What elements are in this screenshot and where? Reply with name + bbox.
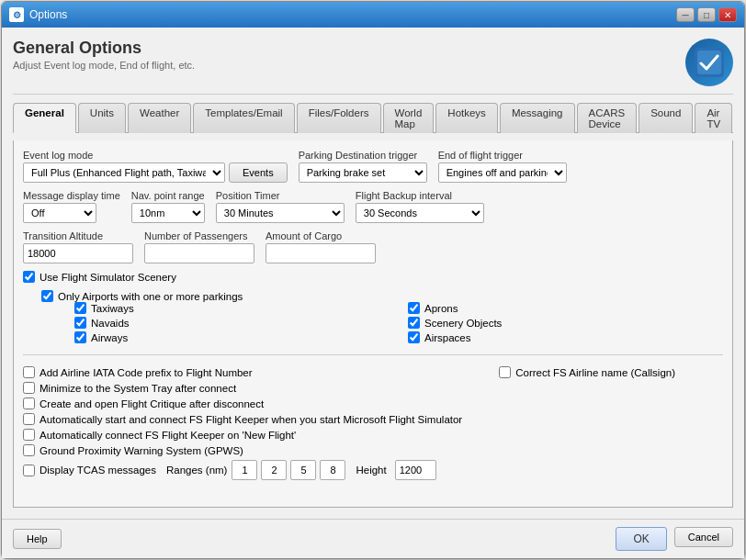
flight-backup-group: Flight Backup interval 30 Seconds	[356, 190, 484, 223]
end-flight-label: End of flight trigger	[438, 150, 567, 161]
event-log-select[interactable]: Full Plus (Enhanced Flight path, Taxiway…	[23, 162, 225, 183]
amount-cargo-group: Amount of Cargo	[266, 230, 376, 263]
correct-airline-row: Correct FS Airline name (Callsign)	[499, 366, 675, 378]
title-bar-left: ⚙ Options	[9, 7, 67, 22]
tab-general[interactable]: General	[13, 103, 76, 133]
cancel-button[interactable]: Cancel	[674, 527, 733, 547]
height-label: Height	[356, 465, 386, 476]
tab-world-map[interactable]: World Map	[383, 103, 435, 133]
correct-airline-label: Correct FS Airline name (Callsign)	[515, 367, 675, 378]
position-timer-select[interactable]: 30 Minutes	[216, 203, 345, 223]
header-text: General Options Adjust Event log mode, E…	[13, 39, 195, 71]
footer: Help OK Cancel	[2, 519, 744, 558]
num-passengers-label: Number of Passengers	[144, 230, 254, 241]
row-1: Event log mode Full Plus (Enhanced Fligh…	[23, 150, 723, 183]
tab-files-folders[interactable]: Files/Folders	[297, 103, 381, 133]
title-buttons: ─ □ ✕	[676, 7, 737, 22]
parking-dest-label: Parking Destination trigger	[299, 150, 427, 161]
num-passengers-input[interactable]	[144, 243, 254, 263]
tcas-checkbox[interactable]	[23, 465, 35, 476]
row-2: Message display time Off Nav. point rang…	[23, 190, 723, 223]
transition-alt-group: Transition Altitude	[23, 230, 133, 263]
airways-row: Airways	[74, 331, 390, 343]
navaids-checkbox[interactable]	[74, 317, 86, 329]
range-2-input[interactable]	[261, 460, 287, 480]
ranges-inputs	[232, 460, 345, 480]
end-flight-select[interactable]: Engines off and parking brake s	[438, 162, 567, 183]
help-button[interactable]: Help	[13, 529, 62, 549]
range-1-input[interactable]	[232, 460, 257, 480]
use-fs-scenery-checkbox[interactable]	[23, 271, 35, 283]
content-area: General Options Adjust Event log mode, E…	[2, 28, 744, 519]
taxiways-label: Taxiways	[91, 303, 134, 314]
left-checkboxes: Add Airline IATA Code prefix to Flight N…	[23, 366, 462, 480]
aprons-checkbox[interactable]	[408, 302, 420, 314]
parking-dest-group: Parking Destination trigger Parking brak…	[299, 150, 427, 183]
close-button[interactable]: ✕	[718, 7, 737, 22]
tab-acars[interactable]: ACARS Device	[577, 103, 638, 133]
auto-connect-label: Automatically connect FS Flight Keeper o…	[40, 430, 296, 441]
nav-point-select[interactable]: 10nm	[131, 203, 205, 223]
iata-prefix-checkbox[interactable]	[23, 366, 35, 378]
airways-label: Airways	[91, 332, 128, 343]
navaids-label: Navaids	[91, 318, 130, 329]
flight-backup-select[interactable]: 30 Seconds	[356, 203, 484, 223]
header-section: General Options Adjust Event log mode, E…	[13, 39, 733, 95]
auto-start-checkbox[interactable]	[23, 413, 35, 425]
only-airports-checkbox[interactable]	[41, 290, 53, 302]
airspaces-label: Airspaces	[424, 332, 471, 343]
window-title: Options	[29, 8, 67, 21]
height-input[interactable]	[395, 460, 436, 480]
tab-airtv[interactable]: Air TV	[695, 103, 732, 133]
scenery-objects-row: Scenery Objects	[408, 317, 723, 329]
flight-backup-label: Flight Backup interval	[356, 190, 484, 201]
auto-connect-checkbox[interactable]	[23, 429, 35, 441]
scenery-objects-checkbox[interactable]	[408, 317, 420, 329]
window-icon: ⚙	[9, 7, 24, 22]
nav-point-label: Nav. point range	[131, 190, 205, 201]
airways-checkbox[interactable]	[74, 331, 86, 343]
range-5-input[interactable]	[290, 460, 316, 480]
transition-alt-input[interactable]	[23, 243, 133, 263]
amount-cargo-input[interactable]	[266, 243, 376, 263]
auto-start-label: Automatically start and connect FS Fligh…	[40, 414, 462, 425]
tab-units[interactable]: Units	[78, 103, 126, 133]
minimize-button[interactable]: ─	[676, 7, 695, 22]
tab-sound[interactable]: Sound	[639, 103, 693, 133]
auto-connect-row: Automatically connect FS Flight Keeper o…	[23, 429, 462, 441]
page-title: General Options	[13, 39, 195, 58]
page-subtitle: Adjust Event log mode, End of flight, et…	[13, 60, 195, 71]
header-logo	[685, 39, 733, 86]
minimize-tray-checkbox[interactable]	[23, 382, 35, 394]
tab-weather[interactable]: Weather	[128, 103, 191, 133]
taxiways-checkbox[interactable]	[74, 302, 86, 314]
aprons-row: Aprons	[408, 302, 723, 314]
aprons-label: Aprons	[424, 303, 458, 314]
range-8-input[interactable]	[320, 460, 345, 480]
scenery-objects-label: Scenery Objects	[424, 318, 502, 329]
open-critique-checkbox[interactable]	[23, 398, 35, 409]
tab-messaging[interactable]: Messaging	[500, 103, 575, 133]
gpws-checkbox[interactable]	[23, 444, 35, 456]
taxiways-row: Taxiways	[74, 302, 390, 314]
events-button[interactable]: Events	[229, 162, 288, 183]
ranges-label: Ranges (nm)	[166, 465, 227, 476]
maximize-button[interactable]: □	[697, 7, 716, 22]
correct-airline-checkbox[interactable]	[499, 366, 511, 378]
tab-hotkeys[interactable]: Hotkeys	[435, 103, 498, 133]
gpws-row: Ground Proximity Warning System (GPWS)	[23, 444, 462, 456]
gpws-label: Ground Proximity Warning System (GPWS)	[40, 445, 243, 456]
tcas-row: Display TCAS messages Ranges (nm) Height	[23, 460, 462, 480]
end-flight-group: End of flight trigger Engines off and pa…	[438, 150, 567, 183]
parking-dest-select[interactable]: Parking brake set	[299, 162, 427, 183]
tab-templates-email[interactable]: Templates/Email	[193, 103, 294, 133]
message-display-select[interactable]: Off	[23, 203, 96, 223]
main-panel: Event log mode Full Plus (Enhanced Fligh…	[13, 140, 733, 508]
open-critique-row: Create and open Flight Critique after di…	[23, 398, 462, 409]
event-log-group: Event log mode Full Plus (Enhanced Fligh…	[23, 150, 288, 183]
airspaces-checkbox[interactable]	[408, 331, 420, 343]
options-window: ⚙ Options ─ □ ✕ General Options Adjust E…	[1, 1, 745, 559]
use-fs-scenery-row: Use Flight Simulator Scenery	[23, 271, 723, 283]
ok-button[interactable]: OK	[616, 527, 666, 551]
nav-point-group: Nav. point range 10nm	[131, 190, 205, 223]
